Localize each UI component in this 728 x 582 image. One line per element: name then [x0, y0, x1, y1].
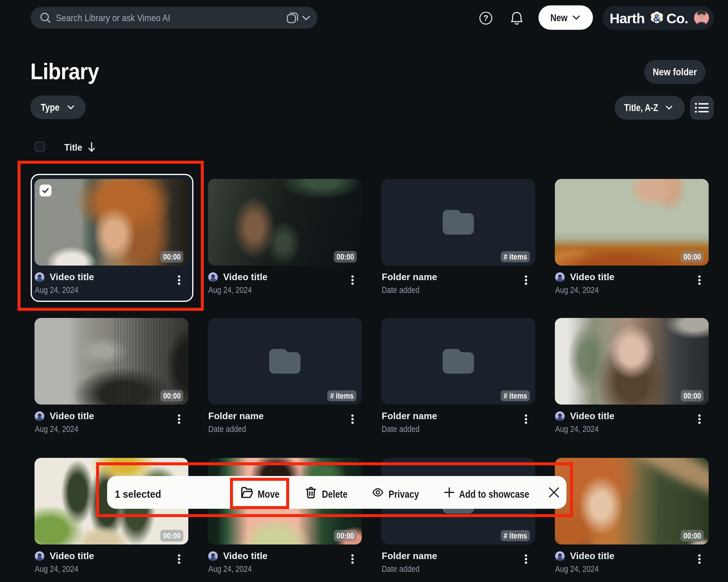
svg-text:?: ?: [484, 14, 489, 23]
svg-text:&: &: [653, 12, 661, 24]
